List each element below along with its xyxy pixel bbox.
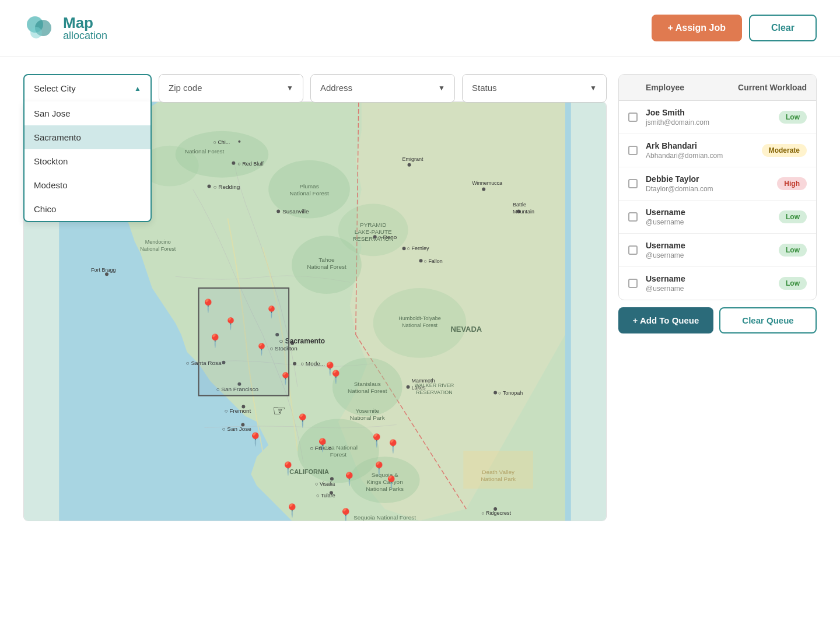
workload-badge-moderate: Moderate: [762, 144, 807, 157]
pin-teal-2[interactable]: 📍: [295, 413, 311, 429]
employee-checkbox-ark[interactable]: [628, 146, 638, 155]
svg-text:Winnemucca: Winnemucca: [472, 180, 502, 186]
svg-point-72: [494, 391, 497, 395]
employee-row: Joe Smith jsmith@domain.com Low: [619, 101, 816, 134]
employee-name: Joe Smith: [646, 108, 779, 117]
employee-email: @username: [646, 218, 779, 226]
address-label: Address: [320, 83, 352, 93]
svg-text:Fort Bragg: Fort Bragg: [91, 267, 116, 273]
employee-checkbox-user5[interactable]: [628, 245, 638, 255]
city-option-sacramento[interactable]: Sacramento: [24, 125, 150, 149]
add-to-queue-button[interactable]: + Add To Queue: [618, 307, 713, 333]
svg-point-67: [482, 188, 485, 191]
pin-teal-6[interactable]: 📍: [338, 507, 354, 521]
svg-text:📍: 📍: [314, 437, 331, 453]
svg-text:○ Ridgecrest: ○ Ridgecrest: [481, 510, 511, 516]
svg-text:📍: 📍: [264, 305, 279, 319]
svg-text:National Forest: National Forest: [140, 246, 176, 252]
address-select[interactable]: Address ▼: [310, 74, 455, 103]
svg-point-2: [30, 27, 42, 38]
pin-teal-7[interactable]: 📍: [247, 431, 264, 447]
svg-point-41: [276, 209, 280, 213]
pin-teal-5[interactable]: 📍: [284, 503, 300, 518]
svg-text:○ Tulare: ○ Tulare: [316, 493, 335, 498]
city-option-stockton[interactable]: Stockton: [24, 149, 150, 173]
svg-text:○ Fremont: ○ Fremont: [224, 408, 251, 415]
svg-text:Lakes: Lakes: [412, 385, 426, 391]
status-select[interactable]: Status ▼: [462, 74, 607, 103]
svg-text:PYRAMID: PYRAMID: [360, 222, 386, 228]
svg-text:Humboldt-Toiyabe: Humboldt-Toiyabe: [398, 315, 440, 321]
workload-badge-high: High: [777, 177, 807, 190]
employee-checkbox-debbie[interactable]: [628, 179, 638, 188]
svg-point-43: [232, 161, 235, 165]
svg-text:Stanislaus: Stanislaus: [354, 381, 381, 387]
employee-info-debbie: Debbie Taylor Dtaylor@domian.com: [646, 174, 777, 193]
employee-name: Username: [646, 241, 779, 250]
svg-text:○ San Jose: ○ San Jose: [222, 426, 251, 432]
city-option-san-jose[interactable]: San Jose: [24, 101, 150, 125]
city-select[interactable]: Select City ▲ San Jose Sacramento Stockt…: [23, 74, 152, 103]
employee-email: @username: [646, 285, 779, 293]
pin-red-5[interactable]: 📍: [264, 305, 279, 319]
pin-salmon-1[interactable]: 📍: [385, 438, 401, 454]
pin-red-1[interactable]: 📍: [200, 298, 216, 314]
pin-orange-4[interactable]: 📍: [383, 475, 400, 490]
svg-text:National Forest: National Forest: [348, 388, 387, 394]
workload-badge-low: Low: [779, 210, 807, 223]
svg-text:Plumas: Plumas: [299, 183, 318, 189]
pin-orange-2[interactable]: 📍: [369, 433, 385, 448]
employee-name: Ark Bhandari: [646, 141, 762, 150]
header-buttons: + Assign Job Clear: [652, 15, 817, 41]
pin-teal-8[interactable]: 📍: [280, 461, 296, 476]
employee-checkbox-user4[interactable]: [628, 212, 638, 222]
city-select-header[interactable]: Select City ▲: [24, 75, 150, 101]
svg-text:📍: 📍: [247, 431, 264, 447]
clear-button[interactable]: Clear: [749, 15, 817, 41]
employee-checkbox-user6[interactable]: [628, 279, 638, 288]
header: Map allocation + Assign Job Clear: [0, 0, 840, 57]
header-workload-label: Current Workload: [738, 83, 807, 92]
employee-email: @username: [646, 251, 779, 259]
pin-teal-4[interactable]: 📍: [341, 471, 358, 487]
pin-teal-3[interactable]: 📍: [314, 437, 331, 453]
pin-orange-1[interactable]: 📍: [322, 361, 338, 377]
employee-email: Abhandari@domian.com: [646, 152, 762, 160]
zipcode-select[interactable]: Zip code ▼: [159, 74, 303, 103]
workload-badge-low: Low: [779, 244, 807, 257]
svg-text:○ Fallon: ○ Fallon: [424, 258, 442, 264]
chevron-down-icon-zip: ▼: [286, 84, 293, 92]
employee-row: Debbie Taylor Dtaylor@domian.com High: [619, 167, 816, 201]
pin-red-4[interactable]: 📍: [254, 342, 269, 356]
svg-text:○ Red Bluff: ○ Red Bluff: [237, 161, 264, 167]
svg-text:○ Tonopah: ○ Tonopah: [498, 390, 523, 396]
assign-job-button[interactable]: + Assign Job: [652, 15, 742, 41]
svg-text:📍: 📍: [322, 361, 338, 377]
svg-point-61: [373, 235, 377, 238]
pin-red-6[interactable]: 📍: [278, 371, 293, 385]
address-select-header[interactable]: Address ▼: [311, 75, 454, 101]
svg-text:☞: ☞: [272, 403, 286, 419]
employee-info-joe-smith: Joe Smith jsmith@domain.com: [646, 108, 779, 127]
employee-row: Username @username Low: [619, 234, 816, 267]
logo-icon: [23, 12, 56, 44]
city-option-modesto[interactable]: Modesto: [24, 173, 150, 197]
header-employee-label: Employee: [646, 83, 738, 92]
svg-text:National Forest: National Forest: [307, 264, 346, 270]
clear-queue-button[interactable]: Clear Queue: [719, 307, 817, 333]
employee-info-user4: Username @username: [646, 208, 779, 226]
employee-checkbox-joe-smith[interactable]: [628, 113, 638, 122]
employee-info-user5: Username @username: [646, 241, 779, 259]
city-option-chico[interactable]: Chico: [24, 197, 150, 221]
svg-text:National Forest: National Forest: [289, 190, 329, 196]
pin-red-2[interactable]: 📍: [207, 333, 223, 349]
svg-text:Forest: Forest: [330, 451, 346, 458]
svg-text:○ Fernley: ○ Fernley: [407, 245, 429, 251]
pin-red-3[interactable]: 📍: [223, 317, 238, 331]
pin-orange-3[interactable]: 📍: [371, 461, 387, 476]
zipcode-select-header[interactable]: Zip code ▼: [159, 75, 303, 101]
svg-text:📍: 📍: [278, 371, 293, 385]
svg-text:📍: 📍: [284, 503, 300, 518]
logo-text: Map allocation: [63, 15, 107, 41]
status-select-header[interactable]: Status ▼: [463, 75, 606, 101]
